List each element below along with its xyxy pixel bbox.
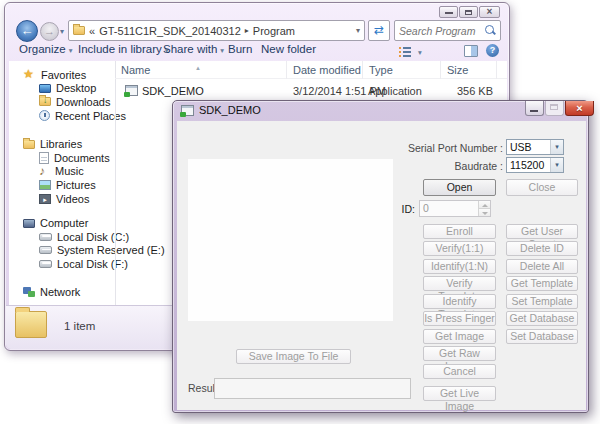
application-icon bbox=[125, 85, 138, 96]
sidebar-item-music[interactable]: ♪Music bbox=[9, 165, 115, 179]
id-spinner[interactable]: 0 bbox=[419, 200, 491, 217]
serial-port-combo[interactable]: USB ▾ bbox=[506, 139, 564, 155]
desktop: × ← → ▾ « GT-511C1R_SDK_20140312 ▸ Progr… bbox=[0, 0, 600, 424]
chevron-down-icon: ▾ bbox=[69, 46, 73, 55]
sdk-demo-dialog: SDK_DEMO × Serial Port Number : USB ▾ Ba… bbox=[172, 100, 589, 413]
forward-arrow-icon: → bbox=[44, 25, 55, 37]
baudrate-combo[interactable]: 115200 ▾ bbox=[506, 157, 564, 173]
preview-pane-button[interactable] bbox=[464, 45, 478, 57]
sort-ascending-icon: ▲ bbox=[195, 59, 201, 77]
dialog-close-button[interactable]: × bbox=[565, 101, 594, 116]
sidebar-item-pictures[interactable]: Pictures bbox=[9, 178, 115, 192]
dialog-minimize-button[interactable] bbox=[525, 101, 544, 116]
column-header-type[interactable]: Type bbox=[363, 61, 441, 79]
get-image-button[interactable]: Get Image bbox=[423, 329, 496, 344]
explorer-close-button[interactable]: × bbox=[479, 6, 500, 18]
folder-icon bbox=[73, 26, 85, 35]
close-icon: × bbox=[566, 101, 593, 115]
is-press-finger-button[interactable]: Is Press Finger bbox=[423, 311, 496, 326]
sidebar-item-desktop[interactable]: Desktop bbox=[9, 82, 115, 96]
recent-pages-dropdown[interactable]: ▾ bbox=[60, 27, 64, 36]
desktop-icon bbox=[39, 84, 51, 93]
chevron-down-icon[interactable]: ▾ bbox=[550, 140, 563, 154]
sidebar-item-recent-places[interactable]: Recent Places bbox=[9, 109, 115, 123]
baudrate-value: 115200 bbox=[507, 158, 550, 172]
verify-template-button[interactable]: Verify Template bbox=[423, 276, 496, 291]
identify-template-button[interactable]: Identify Template bbox=[423, 294, 496, 309]
get-live-image-button[interactable]: Get Live Image bbox=[423, 386, 496, 401]
sidebar-item-documents[interactable]: Documents bbox=[9, 151, 115, 165]
view-dropdown-icon[interactable]: ▾ bbox=[415, 45, 422, 57]
explorer-minimize-button[interactable] bbox=[439, 6, 458, 18]
save-image-to-file-button[interactable]: Save Image To File bbox=[236, 349, 351, 364]
dialog-titlebar: SDK_DEMO bbox=[181, 104, 261, 116]
cancel-button[interactable]: Cancel bbox=[423, 364, 496, 379]
refresh-icon: ⇄ bbox=[374, 23, 384, 37]
chevron-down-icon[interactable]: ▾ bbox=[550, 158, 563, 172]
sidebar-item-system-reserved-e[interactable]: System Reserved (E:) bbox=[9, 244, 115, 258]
result-textbox[interactable] bbox=[214, 378, 411, 399]
set-database-button[interactable]: Set Database bbox=[506, 329, 578, 344]
breadcrumb-prefix: « bbox=[89, 25, 95, 37]
minimize-icon bbox=[530, 110, 538, 112]
search-box[interactable] bbox=[394, 20, 501, 41]
delete-all-button[interactable]: Delete All bbox=[506, 259, 578, 274]
breadcrumb-subfolder[interactable]: Program bbox=[253, 25, 295, 37]
set-template-button[interactable]: Set Template bbox=[506, 294, 578, 309]
breadcrumb-folder[interactable]: GT-511C1R_SDK_20140312 bbox=[99, 25, 241, 37]
sidebar-item-libraries[interactable]: Libraries bbox=[9, 137, 115, 151]
open-button[interactable]: Open bbox=[423, 179, 496, 196]
forward-button[interactable]: → bbox=[40, 22, 59, 41]
app-icon bbox=[181, 105, 194, 116]
address-dropdown-icon[interactable]: ▾ bbox=[356, 26, 360, 35]
dialog-maximize-button[interactable] bbox=[545, 101, 564, 116]
back-button[interactable]: ← bbox=[16, 20, 38, 42]
sidebar-item-local-disk-c[interactable]: Local Disk (C:) bbox=[9, 230, 115, 244]
downloads-icon: ↓ bbox=[39, 97, 51, 106]
sidebar-item-videos[interactable]: ▸Videos bbox=[9, 192, 115, 206]
get-raw-image-button[interactable]: Get Raw Image bbox=[423, 346, 496, 361]
file-type: Application bbox=[368, 83, 422, 99]
help-button[interactable]: ? bbox=[486, 44, 499, 57]
column-header-size[interactable]: Size bbox=[441, 61, 497, 79]
navigation-pane: ★Favorites Desktop ↓Downloads Recent Pla… bbox=[9, 61, 115, 298]
change-view-button[interactable] bbox=[399, 46, 411, 57]
sidebar-item-computer[interactable]: Computer bbox=[9, 216, 115, 230]
burn-button[interactable]: Burn bbox=[228, 43, 252, 55]
get-user-count-button[interactable]: Get User Count bbox=[506, 224, 578, 239]
id-value: 0 bbox=[420, 201, 478, 216]
spin-down-icon[interactable] bbox=[479, 208, 490, 216]
get-template-button[interactable]: Get Template bbox=[506, 276, 578, 291]
spin-up-icon[interactable] bbox=[479, 201, 490, 208]
include-in-library-menu[interactable]: Include in library▾ bbox=[78, 43, 169, 55]
libraries-icon bbox=[23, 140, 35, 149]
explorer-maximize-button[interactable] bbox=[459, 6, 478, 18]
clock-icon bbox=[39, 110, 50, 121]
address-bar[interactable]: « GT-511C1R_SDK_20140312 ▸ Program ▾ bbox=[68, 20, 365, 41]
column-header-name[interactable]: Name▲ bbox=[115, 61, 287, 79]
share-with-menu[interactable]: Share with▾ bbox=[163, 43, 224, 55]
sidebar-item-network[interactable]: Network bbox=[9, 285, 115, 299]
serial-port-label: Serial Port Number : bbox=[353, 142, 503, 154]
file-row-sdk-demo[interactable]: SDK_DEMO 3/12/2014 1:51 PM Application 3… bbox=[115, 83, 507, 99]
serial-port-value: USB bbox=[507, 140, 550, 154]
star-icon: ★ bbox=[23, 68, 36, 81]
sidebar-item-downloads[interactable]: ↓Downloads bbox=[9, 95, 115, 109]
search-icon bbox=[485, 25, 496, 36]
close-icon: × bbox=[480, 6, 499, 18]
new-folder-button[interactable]: New folder bbox=[261, 43, 316, 55]
refresh-button[interactable]: ⇄ bbox=[368, 20, 390, 41]
sidebar-item-local-disk-f[interactable]: Local Disk (F:) bbox=[9, 257, 115, 271]
search-input[interactable] bbox=[399, 25, 485, 37]
identify-button[interactable]: Identify(1:N) bbox=[423, 259, 496, 274]
organize-menu[interactable]: Organize▾ bbox=[19, 43, 72, 55]
disk-icon bbox=[39, 260, 52, 268]
column-header-date-modified[interactable]: Date modified bbox=[287, 61, 363, 79]
verify-button[interactable]: Verify(1:1) bbox=[423, 241, 496, 256]
enroll-button[interactable]: Enroll bbox=[423, 224, 496, 239]
sidebar-item-favorites[interactable]: ★Favorites bbox=[9, 68, 115, 82]
close-button[interactable]: Close bbox=[506, 179, 578, 196]
delete-id-button[interactable]: Delete ID bbox=[506, 241, 578, 256]
minimize-icon bbox=[445, 12, 453, 14]
get-database-button[interactable]: Get Database bbox=[506, 311, 578, 326]
